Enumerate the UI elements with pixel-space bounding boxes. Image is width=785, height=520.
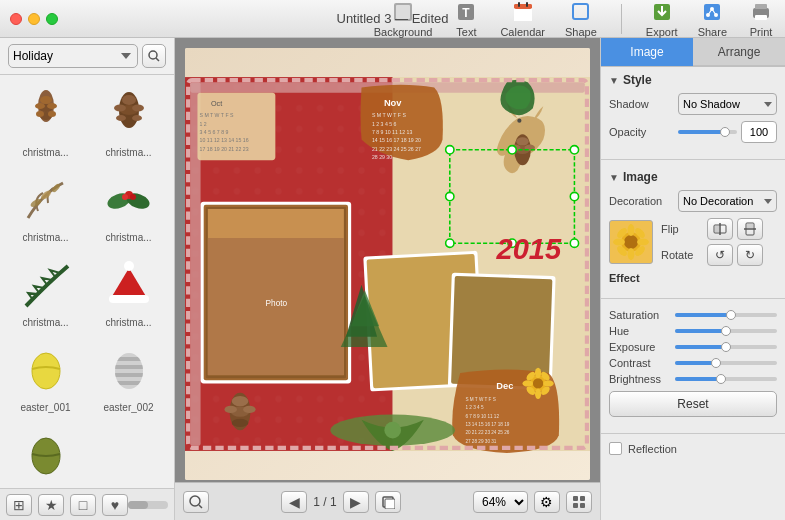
list-item[interactable]: christma... [89,81,168,162]
item-image [99,85,159,145]
share-button[interactable]: Share [698,0,727,38]
svg-rect-52 [101,357,156,361]
canvas-toolbar-right: 64% ⚙ [473,491,592,513]
contrast-slider[interactable] [675,361,777,365]
svg-text:2015: 2015 [496,233,562,265]
shape-button[interactable]: Shape [565,0,597,38]
opacity-label: Opacity [609,126,674,138]
text-button[interactable]: T Text [452,0,480,38]
svg-point-121 [533,378,543,388]
scrapbook-canvas[interactable]: Oct S M T W T F S 1 2 3 4 5 6 7 8 9 10 1… [185,48,590,480]
print-button[interactable]: Print [747,0,775,38]
svg-text:17 18 19 20 21 22 23: 17 18 19 20 21 22 23 [200,146,249,152]
flip-label: Flip [661,223,703,235]
search-button[interactable] [142,44,166,68]
divider-3 [601,433,785,434]
reflection-row: Reflection [601,438,785,459]
tab-arrange[interactable]: Arrange [693,38,785,66]
list-item[interactable]: christma... [89,166,168,247]
reset-button[interactable]: Reset [609,391,777,417]
sidebar-header: Holiday [0,38,174,75]
tab-image[interactable]: Image [601,38,693,66]
grid-view-button[interactable]: ⊞ [6,494,32,516]
item-label: christma... [22,232,68,243]
rotate-right-button[interactable]: ↻ [737,244,763,266]
flip-rotate-controls: Flip Rotate ↺ ↻ [661,218,777,266]
close-button[interactable] [10,13,22,25]
page-info: 1 / 1 [313,495,336,509]
svg-rect-138 [580,503,585,508]
image-section-header: ▼ Image [609,170,777,184]
svg-rect-11 [704,4,720,20]
svg-rect-137 [573,503,578,508]
exposure-slider[interactable] [675,345,777,349]
svg-point-117 [243,406,255,413]
canvas-toolbar-center: ◀ 1 / 1 ▶ [281,491,400,513]
star-filter-button[interactable]: ★ [38,494,64,516]
svg-point-142 [628,248,635,260]
item-label: christma... [105,147,151,158]
next-page-button[interactable]: ▶ [343,491,369,513]
canvas-content[interactable]: Oct S M T W T F S 1 2 3 4 5 6 7 8 9 10 1… [185,48,590,480]
hue-slider[interactable] [675,329,777,333]
svg-text:Dec: Dec [496,381,513,391]
reflection-checkbox[interactable] [609,442,622,455]
decoration-row: Decoration No Decoration [609,190,777,212]
maximize-button[interactable] [46,13,58,25]
pages-button[interactable] [375,491,401,513]
horizontal-scrollbar[interactable] [128,501,168,509]
list-item[interactable]: christma... [6,251,85,332]
minimize-button[interactable] [28,13,40,25]
item-image [16,255,76,315]
svg-point-23 [40,96,52,104]
decoration-select[interactable]: No Decoration [678,190,777,212]
category-select[interactable]: Holiday [8,44,138,68]
list-item[interactable]: christma... [89,251,168,332]
svg-text:20 21 22 23 24 25 26: 20 21 22 23 24 25 26 [465,430,509,435]
svg-rect-6 [514,4,532,9]
brightness-fill [675,377,721,381]
window-title: Untitled 3 — Edited [336,11,448,26]
svg-point-141 [628,224,635,236]
flip-row: Flip [661,218,777,240]
layout-button[interactable] [566,491,592,513]
svg-point-114 [232,396,249,406]
opacity-slider[interactable] [678,130,737,134]
right-panel: Image Arrange ▼ Style Shadow No Shadow O… [600,38,785,520]
zoom-in-button[interactable] [183,491,209,513]
rotate-left-button[interactable]: ↺ [707,244,733,266]
list-item[interactable]: easter_001 [6,336,85,417]
shadow-select[interactable]: No Shadow [678,93,777,115]
svg-point-85 [446,146,454,154]
flip-horizontal-button[interactable] [707,218,733,240]
brightness-row: Brightness [609,373,777,385]
prev-page-button[interactable]: ◀ [281,491,307,513]
brightness-slider[interactable] [675,377,777,381]
image-section: ▼ Image Decoration No Decoration [601,164,785,294]
svg-point-36 [116,115,126,121]
export-button[interactable]: Export [646,0,678,38]
calendar-button[interactable]: Calendar [500,0,545,38]
sidebar-bottom: ⊞ ★ □ ♥ [0,488,174,520]
svg-point-144 [637,239,649,246]
list-item[interactable]: easter_003 [6,421,85,488]
svg-point-87 [570,146,578,154]
zoom-select[interactable]: 64% [473,491,528,513]
list-item[interactable]: christma... [6,81,85,162]
divider-2 [601,298,785,299]
decoration-label: Decoration [609,195,674,207]
opacity-input[interactable]: 100 [741,121,777,143]
svg-rect-53 [101,365,156,369]
panel-tabs: Image Arrange [601,38,785,67]
list-item[interactable]: christma... [6,166,85,247]
share-icon [698,0,726,24]
list-item[interactable]: easter_002 [89,336,168,417]
titlebar: Untitled 3 — Edited Background T Text Ca… [0,0,785,38]
settings-button[interactable]: ⚙ [534,491,560,513]
square-view-button[interactable]: □ [70,494,96,516]
image-thumb-row: Flip Rotate ↺ ↻ [609,218,777,266]
saturation-slider[interactable] [675,313,777,317]
shape-icon [567,0,595,24]
heart-filter-button[interactable]: ♥ [102,494,128,516]
flip-vertical-button[interactable] [737,218,763,240]
